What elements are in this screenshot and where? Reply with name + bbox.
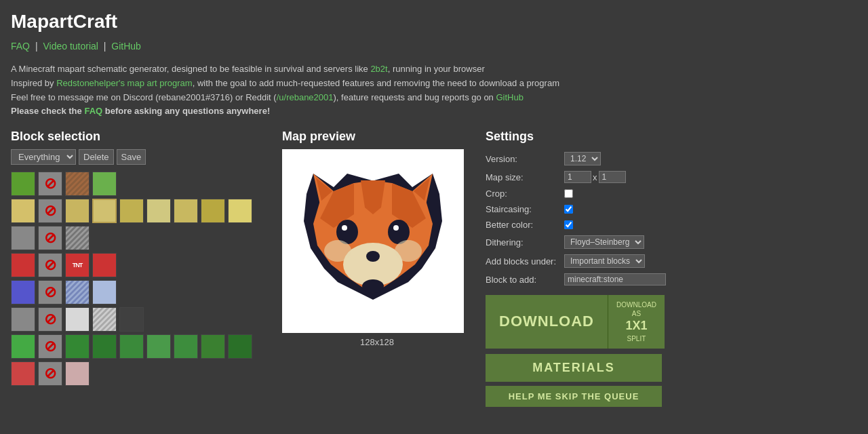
nav-links: FAQ | Video tutorial | GitHub [11,41,857,52]
block-row-6: ⊘ [11,307,269,332]
block-to-add-row: Block to add: [486,273,857,285]
better-color-row: Better color: [486,220,857,230]
block-pink-light[interactable] [65,361,90,386]
download-split-line3: SPLIT [616,334,656,343]
map-size-row: Map size: x [486,171,857,183]
github-desc-link[interactable]: GitHub [496,92,523,102]
version-select[interactable]: 1.12 1.16 1.17 1.18 [564,152,601,165]
block-disabled-1[interactable]: ⊘ [38,172,62,196]
map-size-x-label: x [593,172,597,182]
map-size-x-input[interactable] [564,171,591,183]
block-disabled-5[interactable]: ⊘ [38,280,62,304]
block-blue-wool[interactable] [11,280,35,304]
block-disabled-3[interactable]: ⊘ [38,226,62,250]
download-button[interactable]: DOWNLOAD [486,295,608,348]
redstonehelper-link[interactable]: Redstonehelper's map art program [56,78,192,88]
block-extra-sand[interactable] [228,199,252,223]
download-split-button[interactable]: DOWNLOAD AS 1X1 SPLIT [608,295,665,348]
app-title: MapartCraft [11,11,857,33]
block-leaves-7[interactable] [228,334,252,359]
svg-point-12 [324,240,351,262]
delete-button[interactable]: Delete [79,149,114,165]
block-row-8: ⊘ [11,361,269,386]
block-disabled-2[interactable]: ⊘ [38,199,62,223]
faq-desc-link[interactable]: FAQ [84,106,102,116]
block-disabled-7[interactable]: ⊘ [38,334,62,359]
dithering-select[interactable]: Floyd–Steinberg None Ordered [564,235,644,249]
block-leaves-5[interactable] [174,334,198,359]
crop-checkbox[interactable] [564,189,573,198]
dithering-row: Dithering: Floyd–Steinberg None Ordered [486,235,857,249]
block-quartz[interactable] [92,307,117,332]
github-link[interactable]: GitHub [111,41,141,52]
block-leaves-4[interactable] [146,334,171,359]
block-red-wool[interactable] [11,253,35,277]
block-light-blue[interactable] [92,280,117,304]
block-stone[interactable] [11,226,35,250]
block-selection-panel: Block selection Everything Delete Save ⊘… [11,130,269,386]
save-button[interactable]: Save [117,149,146,165]
add-blocks-select[interactable]: Important blocks All blocks No blocks [564,254,645,268]
settings-panel: Settings Version: 1.12 1.16 1.17 1.18 Ma… [486,130,857,406]
block-disabled-8[interactable]: ⊘ [38,361,62,386]
map-size-y-input[interactable] [599,171,626,183]
block-leaves-1[interactable] [65,334,90,359]
nav-sep2: | [104,41,109,52]
block-row-4: ⊘ TNT [11,253,269,277]
map-preview-title: Map preview [282,130,472,144]
block-leaves-3[interactable] [119,334,144,359]
block-sand[interactable] [11,199,35,223]
map-size-label: 128x128 [282,337,472,347]
nav-sep1: | [35,41,41,52]
block-birch[interactable] [146,199,171,223]
block-to-add-input[interactable] [564,273,666,285]
block-sandstone[interactable] [65,199,90,223]
video-link[interactable]: Video tutorial [43,41,98,52]
2b2t-link[interactable]: 2b2t [370,64,387,74]
block-pink-dark[interactable] [11,361,35,386]
map-preview-image [286,153,460,327]
block-blue-pattern[interactable] [65,280,90,304]
block-grass2[interactable] [92,172,117,196]
faq-link[interactable]: FAQ [11,41,30,52]
better-color-label: Better color: [486,220,560,230]
block-leaves-2[interactable] [92,334,117,359]
add-blocks-label: Add blocks under: [486,256,560,267]
block-selection-toolbar: Everything Delete Save [11,149,269,165]
block-dirt[interactable] [65,172,90,196]
block-selection-title: Block selection [11,130,269,144]
dithering-label: Dithering: [486,237,560,248]
map-image-container [282,149,464,333]
block-disabled-4[interactable]: ⊘ [38,253,62,277]
map-size-label: Map size: [486,172,560,182]
block-gray-wool[interactable] [11,307,35,332]
staircasing-checkbox[interactable] [564,205,573,214]
block-wood-planks[interactable] [174,199,198,223]
block-row-5: ⊘ [11,280,269,304]
reddit-link[interactable]: /u/rebane2001 [277,92,334,102]
materials-button[interactable]: MATERIALS [486,354,662,382]
block-filter-dropdown[interactable]: Everything [11,149,76,165]
skip-queue-button[interactable]: HELP ME SKIP THE QUEUE [486,386,662,407]
block-disabled-6[interactable]: ⊘ [38,307,62,332]
block-white-wool[interactable] [65,307,90,332]
block-grass[interactable] [11,172,35,196]
block-dark-block[interactable] [119,307,144,332]
better-color-checkbox[interactable] [564,220,573,229]
block-red-concrete[interactable] [92,253,117,277]
block-row-2: ⊘ [11,199,269,223]
block-grid: ⊘ ⊘ ⊘ [11,172,269,386]
map-preview-panel: Map preview [282,130,472,347]
block-leaves-6[interactable] [201,334,225,359]
staircasing-label: Staircasing: [486,204,560,214]
download-split-line1: DOWNLOAD AS [616,300,656,318]
block-gravel2[interactable] [201,199,225,223]
block-tnt[interactable]: TNT [65,253,90,277]
block-smooth-sand[interactable] [119,199,144,223]
description: A Minecraft mapart schematic generator, … [11,62,857,119]
block-chiseled-sand[interactable] [92,199,117,223]
block-green-wool[interactable] [11,334,35,359]
block-cobblestone[interactable] [65,226,90,250]
svg-point-13 [395,240,422,262]
block-to-add-label: Block to add: [486,275,560,285]
